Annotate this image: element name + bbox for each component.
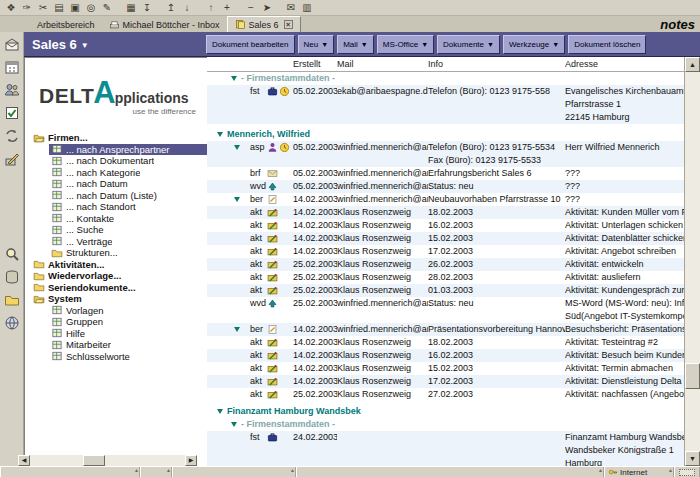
table-row[interactable]: akt14.02.2003Klaus Rosenzweig16.02.2003A… <box>207 349 684 362</box>
view-title[interactable]: Sales 6 ▼ <box>32 37 89 52</box>
table-row[interactable]: akt25.02.2003Klaus Rosenzweig27.02.2003A… <box>207 388 684 401</box>
action-button-dokumente[interactable]: Dokumente▼ <box>437 35 500 54</box>
table-row[interactable]: akt25.02.2003Klaus Rosenzweig01.03.2003A… <box>207 284 684 297</box>
bookmark-databases-icon[interactable] <box>2 267 22 287</box>
scroll-left-button[interactable]: ◀ <box>18 455 30 466</box>
bookmark-mail-icon[interactable] <box>2 34 22 54</box>
sidebar-item--suche[interactable]: ... Suche <box>25 224 207 236</box>
action-button-mail[interactable]: Mail▼ <box>337 35 374 54</box>
sidebar-item-vorlagen[interactable]: Vorlagen <box>25 305 207 317</box>
sidebar-item-gruppen[interactable]: Gruppen <box>25 316 207 328</box>
sidebar-item-aktivitäten-[interactable]: Aktivitäten... <box>25 259 207 271</box>
table-row[interactable]: fst05.02.2003ekab@aribaespagne.deTelefon… <box>207 85 684 124</box>
category-row[interactable]: Finanzamt Hamburg Wandsbek <box>207 401 684 418</box>
scroll-up-button[interactable]: ▲ <box>685 57 700 72</box>
table-row[interactable]: akt14.02.2003Klaus Rosenzweig15.02.2003A… <box>207 362 684 375</box>
grid-view-icon[interactable]: ▥ <box>299 1 315 15</box>
demote-icon[interactable]: ↓ <box>179 1 195 15</box>
sidebar-item--nach-datum[interactable]: ... nach Datum <box>25 178 207 190</box>
sidebar-item-schlüsselworte[interactable]: Schlüsselworte <box>25 351 207 363</box>
twisty-icon[interactable] <box>217 132 223 137</box>
vertical-scroll-thumb[interactable] <box>685 363 700 389</box>
twisty-icon[interactable] <box>217 409 223 414</box>
sidebar-item-mitarbeiter[interactable]: Mitarbeiter <box>25 339 207 351</box>
vertical-scrollbar[interactable]: ▲ ▼ <box>684 57 700 466</box>
picture-icon[interactable]: ▦ <box>123 1 139 15</box>
horizontal-scroll-thumb[interactable] <box>83 455 105 466</box>
expand-icon[interactable]: + <box>219 1 235 15</box>
close-tab-icon[interactable]: ✕ <box>284 20 293 29</box>
paste-icon[interactable]: ▣ <box>67 1 83 15</box>
copy-icon[interactable]: ▤ <box>51 1 67 15</box>
pointer-icon[interactable]: ➤ <box>259 1 275 15</box>
twisty-icon[interactable] <box>231 422 237 427</box>
bookmark-contacts-icon[interactable] <box>2 80 22 100</box>
action-button-neu[interactable]: Neu▼ <box>298 35 335 54</box>
sidebar-item--nach-ansprechpartner[interactable]: ... nach Ansprechpartner <box>25 144 207 156</box>
window-tab-arbeitsbereich[interactable]: Arbeitsbereich <box>30 17 102 32</box>
category-row[interactable]: - Firmenstammdaten - <box>207 418 684 431</box>
bookmark-search-icon[interactable] <box>2 244 22 264</box>
properties-icon[interactable]: ❖ <box>3 1 19 15</box>
sidebar-item-strukturen-[interactable]: Strukturen... <box>25 247 207 259</box>
table-row[interactable]: akt25.02.2003Klaus Rosenzweig28.02.2003A… <box>207 271 684 284</box>
bookmark-calendar-icon[interactable] <box>2 57 22 77</box>
table-row[interactable]: akt14.02.2003Klaus Rosenzweig18.02.2003A… <box>207 336 684 349</box>
sidebar-item-firmen-[interactable]: Firmen... <box>25 132 207 144</box>
twisty-icon[interactable] <box>231 76 237 81</box>
promote-icon[interactable]: ↑ <box>203 1 219 15</box>
window-tab-sales-6[interactable]: Sales 6✕ <box>227 16 301 32</box>
bookmark-designer-icon[interactable] <box>2 149 22 169</box>
table-row[interactable]: ber14.02.2003winfried.mennerich@aribaesp… <box>207 323 684 336</box>
table-row[interactable]: akt14.02.2003Klaus Rosenzweig18.02.2003A… <box>207 206 684 219</box>
twisty-icon[interactable] <box>234 327 240 332</box>
table-row[interactable]: asp05.02.2003winfried.mennerich@aribaesp… <box>207 141 684 167</box>
cut-icon[interactable]: ✂ <box>35 1 51 15</box>
window-tab-michael-b-ttcher-inbox[interactable]: Michael Böttcher - Inbox <box>102 17 227 32</box>
table-row[interactable]: wvd05.02.2003winfried.mennerich@aribaesp… <box>207 180 684 193</box>
sidebar-item-hilfe[interactable]: Hilfe <box>25 328 207 340</box>
move-up-icon[interactable]: ↥ <box>163 1 179 15</box>
sidebar-item--nach-standort[interactable]: ... nach Standort <box>25 201 207 213</box>
table-row[interactable]: akt14.02.2003Klaus Rosenzweig16.02.2003A… <box>207 219 684 232</box>
table-row[interactable]: fst24.02.2003Finanzamt Hamburg WandsbekW… <box>207 431 684 466</box>
scroll-right-button[interactable]: ▶ <box>185 455 197 466</box>
table-row[interactable]: wvd25.02.2003winfried.mennerich@aribaesp… <box>207 297 684 323</box>
table-row[interactable]: brf05.02.2003winfried.mennerich@aribaesp… <box>207 167 684 180</box>
sidebar-item--nach-dokumentart[interactable]: ... nach Dokumentart <box>25 155 207 167</box>
table-row[interactable]: akt14.02.2003Klaus Rosenzweig15.02.2003A… <box>207 232 684 245</box>
table-row[interactable]: akt14.02.2003Klaus Rosenzweig17.02.2003A… <box>207 375 684 388</box>
table-row[interactable]: akt14.02.2003Klaus Rosenzweig17.02.2003A… <box>207 245 684 258</box>
sidebar-item--verträge[interactable]: ... Verträge <box>25 236 207 248</box>
bookmark-todo-icon[interactable] <box>2 103 22 123</box>
bookmark-browser-icon[interactable] <box>2 313 22 333</box>
category-row[interactable]: Mennerich, Wilfried <box>207 124 684 141</box>
bookmark-replicator-icon[interactable] <box>2 126 22 146</box>
sidebar-item-seriendokumente-[interactable]: Seriendokumente... <box>25 282 207 294</box>
edit-document-icon[interactable]: ✑ <box>19 1 35 15</box>
action-button-ms-office[interactable]: MS-Office▼ <box>377 35 434 54</box>
category-row[interactable]: - Firmenstammdaten - <box>207 72 684 85</box>
action-button-werkzeuge[interactable]: Werkzeuge▼ <box>503 35 565 54</box>
twisty-icon[interactable] <box>234 197 240 202</box>
horizontal-scrollbar[interactable]: ◀ ▶ <box>18 455 197 466</box>
resize-corner[interactable] <box>674 467 700 477</box>
table-row[interactable]: akt25.02.2003Klaus Rosenzweig26.02.2003A… <box>207 258 684 271</box>
action-button-dokument-l-schen[interactable]: Dokument löschen <box>568 35 646 54</box>
action-button-dokument-bearbeiten[interactable]: Dokument bearbeiten <box>206 35 295 54</box>
scroll-down-button[interactable]: ▼ <box>685 451 700 466</box>
network-location-segment[interactable]: Internet ▴ <box>604 467 674 477</box>
sidebar-item--nach-kategorie[interactable]: ... nach Kategorie <box>25 167 207 179</box>
sidebar-item-wiedervorlage-[interactable]: Wiedervorlage... <box>25 270 207 282</box>
mail-send-icon[interactable]: ✉ <box>283 1 299 15</box>
sidebar-item--nach-datum-liste-[interactable]: ... nach Datum (Liste) <box>25 190 207 202</box>
move-down-icon[interactable]: ↧ <box>139 1 155 15</box>
twisty-icon[interactable] <box>234 145 240 150</box>
highlighter-icon[interactable]: ✎ <box>99 1 115 15</box>
bookmark-folder-icon[interactable] <box>2 290 22 310</box>
collapse-icon[interactable]: − <box>243 1 259 15</box>
sidebar-item-system[interactable]: System <box>25 293 207 305</box>
table-row[interactable]: ber14.02.2003winfried.mennerich@aribaesp… <box>207 193 684 206</box>
sidebar-item--kontakte[interactable]: ... Kontakte <box>25 213 207 225</box>
find-icon[interactable]: ◎ <box>83 1 99 15</box>
